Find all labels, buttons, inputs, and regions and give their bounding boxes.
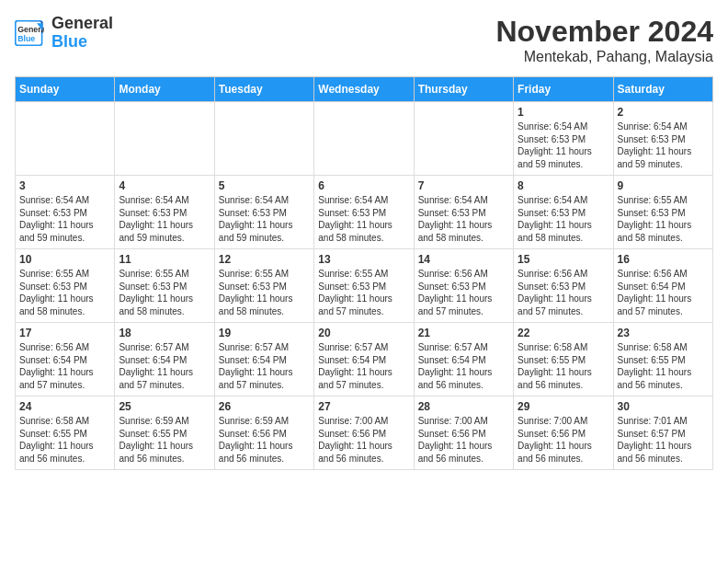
calendar-cell: 14 Sunrise: 6:56 AMSunset: 6:53 PMDaylig… bbox=[414, 249, 513, 323]
day-info: Sunrise: 7:01 AMSunset: 6:57 PMDaylight:… bbox=[618, 415, 709, 465]
svg-text:Blue: Blue bbox=[17, 34, 35, 43]
calendar-cell: 10 Sunrise: 6:55 AMSunset: 6:53 PMDaylig… bbox=[16, 249, 115, 323]
calendar-cell: 1 Sunrise: 6:54 AMSunset: 6:53 PMDayligh… bbox=[514, 102, 613, 176]
calendar-cell: 21 Sunrise: 6:57 AMSunset: 6:54 PMDaylig… bbox=[414, 323, 513, 396]
calendar-cell: 2 Sunrise: 6:54 AMSunset: 6:53 PMDayligh… bbox=[613, 102, 712, 176]
calendar-cell: 12 Sunrise: 6:55 AMSunset: 6:53 PMDaylig… bbox=[214, 249, 313, 323]
page-header: General Blue General Blue November 2024 … bbox=[15, 15, 713, 65]
header-tuesday: Tuesday bbox=[214, 77, 313, 102]
month-title: November 2024 bbox=[495, 15, 713, 49]
day-info: Sunrise: 6:54 AMSunset: 6:53 PMDaylight:… bbox=[518, 194, 609, 244]
day-number: 9 bbox=[618, 179, 709, 192]
calendar-cell: 3 Sunrise: 6:54 AMSunset: 6:53 PMDayligh… bbox=[16, 176, 115, 249]
day-info: Sunrise: 6:55 AMSunset: 6:53 PMDaylight:… bbox=[219, 268, 310, 317]
day-info: Sunrise: 6:54 AMSunset: 6:53 PMDaylight:… bbox=[518, 121, 609, 170]
calendar-cell: 25 Sunrise: 6:59 AMSunset: 6:55 PMDaylig… bbox=[115, 396, 214, 470]
calendar-week-3: 17 Sunrise: 6:56 AMSunset: 6:54 PMDaylig… bbox=[16, 323, 713, 396]
day-info: Sunrise: 6:59 AMSunset: 6:56 PMDaylight:… bbox=[219, 415, 310, 465]
day-number: 15 bbox=[518, 253, 609, 266]
day-info: Sunrise: 6:57 AMSunset: 6:54 PMDaylight:… bbox=[318, 341, 409, 391]
day-info: Sunrise: 6:56 AMSunset: 6:53 PMDaylight:… bbox=[418, 268, 509, 317]
header-saturday: Saturday bbox=[613, 77, 712, 102]
day-number: 26 bbox=[219, 400, 310, 413]
logo-icon: General Blue bbox=[15, 20, 44, 46]
day-number: 10 bbox=[19, 253, 110, 266]
calendar-cell: 24 Sunrise: 6:58 AMSunset: 6:55 PMDaylig… bbox=[16, 396, 115, 470]
day-info: Sunrise: 6:57 AMSunset: 6:54 PMDaylight:… bbox=[119, 341, 210, 391]
calendar-cell bbox=[214, 102, 313, 176]
day-number: 7 bbox=[418, 179, 509, 192]
day-number: 22 bbox=[518, 327, 609, 339]
day-info: Sunrise: 6:54 AMSunset: 6:53 PMDaylight:… bbox=[418, 194, 509, 244]
day-number: 14 bbox=[418, 253, 509, 266]
day-info: Sunrise: 6:56 AMSunset: 6:53 PMDaylight:… bbox=[518, 268, 609, 317]
calendar-cell: 9 Sunrise: 6:55 AMSunset: 6:53 PMDayligh… bbox=[613, 176, 712, 249]
calendar-week-2: 10 Sunrise: 6:55 AMSunset: 6:53 PMDaylig… bbox=[16, 249, 713, 323]
calendar-cell: 8 Sunrise: 6:54 AMSunset: 6:53 PMDayligh… bbox=[514, 176, 613, 249]
calendar-header: Sunday Monday Tuesday Wednesday Thursday… bbox=[16, 77, 713, 102]
day-number: 28 bbox=[418, 400, 509, 413]
calendar-cell: 6 Sunrise: 6:54 AMSunset: 6:53 PMDayligh… bbox=[314, 176, 414, 249]
title-block: November 2024 Mentekab, Pahang, Malaysia bbox=[495, 15, 713, 65]
logo-text: General Blue bbox=[51, 15, 113, 52]
header-monday: Monday bbox=[115, 77, 214, 102]
day-number: 12 bbox=[219, 253, 310, 266]
day-number: 20 bbox=[318, 327, 409, 339]
calendar-cell: 23 Sunrise: 6:58 AMSunset: 6:55 PMDaylig… bbox=[613, 323, 712, 396]
day-number: 1 bbox=[518, 106, 609, 119]
day-info: Sunrise: 7:00 AMSunset: 6:56 PMDaylight:… bbox=[518, 415, 609, 465]
calendar-cell: 11 Sunrise: 6:55 AMSunset: 6:53 PMDaylig… bbox=[115, 249, 214, 323]
day-number: 30 bbox=[618, 400, 709, 413]
header-sunday: Sunday bbox=[16, 77, 115, 102]
calendar-cell: 5 Sunrise: 6:54 AMSunset: 6:53 PMDayligh… bbox=[214, 176, 313, 249]
calendar-cell bbox=[414, 102, 513, 176]
day-info: Sunrise: 6:59 AMSunset: 6:55 PMDaylight:… bbox=[119, 415, 210, 465]
calendar-cell: 16 Sunrise: 6:56 AMSunset: 6:54 PMDaylig… bbox=[613, 249, 712, 323]
calendar-cell: 22 Sunrise: 6:58 AMSunset: 6:55 PMDaylig… bbox=[514, 323, 613, 396]
logo: General Blue General Blue bbox=[15, 15, 113, 52]
header-wednesday: Wednesday bbox=[314, 77, 414, 102]
day-info: Sunrise: 7:00 AMSunset: 6:56 PMDaylight:… bbox=[418, 415, 509, 465]
calendar-cell: 29 Sunrise: 7:00 AMSunset: 6:56 PMDaylig… bbox=[514, 396, 613, 470]
day-number: 27 bbox=[318, 400, 409, 413]
calendar-cell bbox=[16, 102, 115, 176]
day-number: 25 bbox=[119, 400, 210, 413]
day-number: 29 bbox=[518, 400, 609, 413]
day-number: 16 bbox=[618, 253, 709, 266]
day-info: Sunrise: 6:54 AMSunset: 6:53 PMDaylight:… bbox=[219, 194, 310, 244]
day-number: 3 bbox=[19, 179, 110, 192]
day-info: Sunrise: 6:58 AMSunset: 6:55 PMDaylight:… bbox=[19, 415, 110, 465]
day-number: 6 bbox=[318, 179, 409, 192]
calendar-cell: 30 Sunrise: 7:01 AMSunset: 6:57 PMDaylig… bbox=[613, 396, 712, 470]
day-info: Sunrise: 6:58 AMSunset: 6:55 PMDaylight:… bbox=[518, 341, 609, 391]
day-info: Sunrise: 6:57 AMSunset: 6:54 PMDaylight:… bbox=[219, 341, 310, 391]
calendar-cell: 20 Sunrise: 6:57 AMSunset: 6:54 PMDaylig… bbox=[314, 323, 414, 396]
day-info: Sunrise: 6:54 AMSunset: 6:53 PMDaylight:… bbox=[119, 194, 210, 244]
day-info: Sunrise: 7:00 AMSunset: 6:56 PMDaylight:… bbox=[318, 415, 409, 465]
calendar-cell: 28 Sunrise: 7:00 AMSunset: 6:56 PMDaylig… bbox=[414, 396, 513, 470]
calendar-body: 1 Sunrise: 6:54 AMSunset: 6:53 PMDayligh… bbox=[16, 102, 713, 470]
calendar-cell: 19 Sunrise: 6:57 AMSunset: 6:54 PMDaylig… bbox=[214, 323, 313, 396]
day-info: Sunrise: 6:56 AMSunset: 6:54 PMDaylight:… bbox=[618, 268, 709, 317]
day-info: Sunrise: 6:54 AMSunset: 6:53 PMDaylight:… bbox=[19, 194, 110, 244]
day-number: 18 bbox=[119, 327, 210, 339]
day-info: Sunrise: 6:56 AMSunset: 6:54 PMDaylight:… bbox=[19, 341, 110, 391]
day-number: 17 bbox=[19, 327, 110, 339]
day-info: Sunrise: 6:54 AMSunset: 6:53 PMDaylight:… bbox=[618, 121, 709, 170]
day-number: 5 bbox=[219, 179, 310, 192]
day-number: 21 bbox=[418, 327, 509, 339]
calendar-cell: 13 Sunrise: 6:55 AMSunset: 6:53 PMDaylig… bbox=[314, 249, 414, 323]
day-number: 24 bbox=[19, 400, 110, 413]
day-info: Sunrise: 6:57 AMSunset: 6:54 PMDaylight:… bbox=[418, 341, 509, 391]
day-info: Sunrise: 6:55 AMSunset: 6:53 PMDaylight:… bbox=[19, 268, 110, 317]
location-subtitle: Mentekab, Pahang, Malaysia bbox=[495, 49, 713, 65]
calendar-cell: 7 Sunrise: 6:54 AMSunset: 6:53 PMDayligh… bbox=[414, 176, 513, 249]
day-info: Sunrise: 6:58 AMSunset: 6:55 PMDaylight:… bbox=[618, 341, 709, 391]
calendar-cell bbox=[115, 102, 214, 176]
calendar-cell: 17 Sunrise: 6:56 AMSunset: 6:54 PMDaylig… bbox=[16, 323, 115, 396]
calendar-week-4: 24 Sunrise: 6:58 AMSunset: 6:55 PMDaylig… bbox=[16, 396, 713, 470]
day-info: Sunrise: 6:55 AMSunset: 6:53 PMDaylight:… bbox=[318, 268, 409, 317]
calendar-table: Sunday Monday Tuesday Wednesday Thursday… bbox=[15, 76, 713, 470]
calendar-cell: 4 Sunrise: 6:54 AMSunset: 6:53 PMDayligh… bbox=[115, 176, 214, 249]
day-info: Sunrise: 6:55 AMSunset: 6:53 PMDaylight:… bbox=[618, 194, 709, 244]
